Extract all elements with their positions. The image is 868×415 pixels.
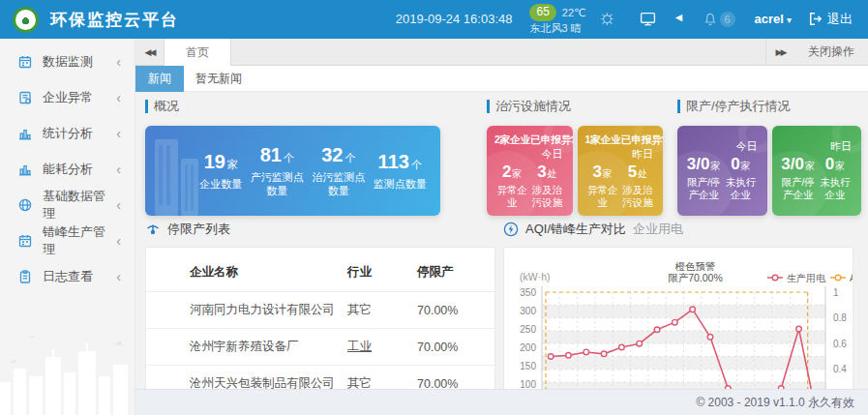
speaker-icon[interactable]: ◄ — [673, 11, 685, 27]
city-skyline-watermark — [0, 326, 135, 415]
sidebar-item-0[interactable]: 数据监测‹ — [0, 44, 135, 79]
electricity-icon — [503, 222, 519, 237]
overview-stat: 32个治污监测点数量 — [312, 144, 365, 198]
industry-cell: 其它 — [347, 303, 372, 316]
aqi-badge: 65 — [529, 4, 555, 21]
app-header: 环保监控云平台 2019-09-24 16:03:48 65 22℃ 东北风3 … — [0, 0, 868, 39]
card-period: 今日 — [685, 139, 758, 154]
footer: © 2003 - 2019 v1.1.0 永久有效 — [135, 389, 868, 415]
calendar-icon — [17, 233, 33, 249]
card-stat: 3/0家限产/停产企业 — [685, 155, 722, 201]
card-period: 昨日 — [780, 139, 853, 154]
tab-home[interactable]: 首页 — [165, 39, 231, 66]
chart-subtitle: 企业用电 — [633, 221, 683, 238]
platform-logo-icon — [13, 7, 39, 33]
caret-down-icon: ▾ — [787, 15, 792, 25]
sidebar-item-2[interactable]: 统计分析‹ — [0, 115, 135, 151]
chart-title: AQI/错峰生产对比 — [525, 221, 626, 238]
calendar-icon — [17, 54, 33, 70]
card-period: 今日 — [494, 147, 563, 162]
section-title-limit: 限产/停产执行情况 — [677, 100, 861, 113]
svg-text:150: 150 — [520, 361, 536, 371]
globe-icon — [17, 197, 33, 213]
clipboard-icon — [17, 269, 33, 284]
header-datetime: 2019-09-24 16:03:48 — [396, 12, 513, 26]
limit-table-title: 停限产列表 — [167, 221, 230, 238]
table-row[interactable]: 沧州宇新养殖设备厂工业70.00% — [146, 329, 494, 366]
sidebar-item-6[interactable]: 日志查看‹ — [0, 258, 135, 294]
bar-chart-icon — [17, 162, 33, 177]
sidebar-item-4[interactable]: 基础数据管理‹ — [0, 187, 135, 222]
card-headline: 2家企业已申报异常 — [494, 133, 565, 147]
sidebar-item-label: 能耗分析 — [43, 161, 93, 178]
user-menu[interactable]: acrel▾ — [755, 12, 792, 26]
weather-condition: 晴 — [571, 22, 582, 34]
weather-temp: 22℃ — [562, 6, 586, 19]
legend-item[interactable]: AQI — [830, 273, 853, 283]
table-column-header: 企业名称 — [146, 259, 347, 292]
sidebar-item-3[interactable]: 能耗分析‹ — [0, 151, 135, 187]
svg-text:限产70.00%: 限产70.00% — [668, 272, 723, 283]
chevron-left-icon: ‹ — [116, 269, 121, 284]
limit-percent-cell: 70.00% — [417, 329, 494, 366]
report-icon — [17, 90, 33, 105]
chevron-left-icon: ‹ — [116, 126, 121, 141]
svg-text:250: 250 — [520, 324, 536, 335]
sidebar-item-label: 日志查看 — [43, 268, 93, 285]
card-stat: 3/0家限产/停产企业 — [780, 155, 817, 201]
sidebar-item-5[interactable]: 错峰生产管理‹ — [0, 222, 135, 258]
pollution-card-今日: 2家企业已申报异常今日2家异常企业3处涉及治污设施 — [487, 126, 573, 216]
card-stat: 5处涉及治污设施 — [620, 163, 655, 209]
news-label[interactable]: 新闻 — [135, 66, 184, 92]
company-name-cell: 沧州宇新养殖设备厂 — [146, 329, 347, 366]
chevron-left-icon: ‹ — [116, 233, 121, 249]
legend-item[interactable]: 生产用电 — [767, 273, 826, 283]
sidebar-item-label: 基础数据管理 — [43, 188, 116, 222]
section-title-overview: 概况 — [145, 100, 440, 113]
aqi-chart-panel: 35030025020015010010.80.60.40.2(kW·h)橙色预… — [503, 247, 853, 394]
tabs-scroll-left-icon[interactable]: ◀◀ — [135, 39, 165, 66]
overview-stat: 81个产污监测点数量 — [251, 144, 304, 198]
industry-cell[interactable]: 工业 — [347, 340, 372, 353]
app-title: 环保监控云平台 — [50, 9, 179, 31]
card-period: 昨日 — [585, 147, 654, 162]
card-headline: 1家企业已申报异常 — [585, 133, 656, 147]
building-watermark — [151, 133, 201, 216]
card-stat: 0家未执行企业 — [817, 155, 853, 201]
chevron-left-icon: ‹ — [116, 162, 121, 177]
svg-text:300: 300 — [520, 306, 536, 316]
sidebar-item-label: 企业异常 — [43, 89, 93, 106]
bar-chart-icon — [17, 126, 33, 141]
sidebar-item-label: 统计分析 — [43, 125, 93, 142]
svg-text:0.6: 0.6 — [833, 339, 847, 349]
limit-list-icon — [145, 222, 161, 237]
svg-text:0.8: 0.8 — [833, 312, 847, 323]
svg-text:0.4: 0.4 — [833, 364, 847, 374]
sidebar: 数据监测‹企业异常‹统计分析‹能耗分析‹基础数据管理‹错峰生产管理‹日志查看‹ — [0, 39, 135, 415]
notification-badge[interactable]: 6 — [720, 12, 735, 27]
aqi-production-chart: 35030025020015010010.80.60.40.2(kW·h)橙色预… — [504, 248, 853, 394]
logout-button[interactable]: 退出 — [807, 11, 853, 28]
sidebar-item-1[interactable]: 企业异常‹ — [0, 79, 135, 115]
chevron-left-icon: ‹ — [116, 90, 121, 105]
limit-table-panel: 企业名称行业停限产 河南同力电力设计有限公司其它70.00%沧州宇新养殖设备厂工… — [145, 247, 495, 394]
table-row[interactable]: 河南同力电力设计有限公司其它70.00% — [146, 292, 494, 329]
copyright-text: © 2003 - 2019 v1.1.0 永久有效 — [696, 395, 854, 411]
svg-text:生产用电: 生产用电 — [787, 273, 826, 283]
industry-cell: 其它 — [347, 376, 372, 390]
bell-icon[interactable]: 6 — [703, 12, 735, 27]
weather-wind: 东北风3 — [529, 22, 567, 34]
svg-text:AQI: AQI — [850, 273, 853, 283]
svg-text:350: 350 — [520, 287, 536, 298]
monitor-icon[interactable] — [640, 11, 656, 27]
tab-bar: ◀◀ 首页 ▶▶ 关闭操作 — [135, 39, 868, 66]
logout-icon — [807, 11, 823, 27]
overview-stats-card: 19家企业数量81个产污监测点数量32个治污监测点数量113个监测点数量 — [145, 126, 440, 216]
chevron-left-icon: ‹ — [116, 54, 121, 70]
svg-text:100: 100 — [520, 379, 536, 390]
weather-widget: 65 22℃ 东北风3 晴 ☼ — [529, 4, 616, 35]
close-operations-menu[interactable]: 关闭操作 — [794, 44, 868, 60]
overview-stat: 19家企业数量 — [199, 151, 242, 191]
tabs-scroll-right-icon[interactable]: ▶▶ — [765, 39, 794, 66]
svg-text:(kW·h): (kW·h) — [520, 271, 551, 282]
